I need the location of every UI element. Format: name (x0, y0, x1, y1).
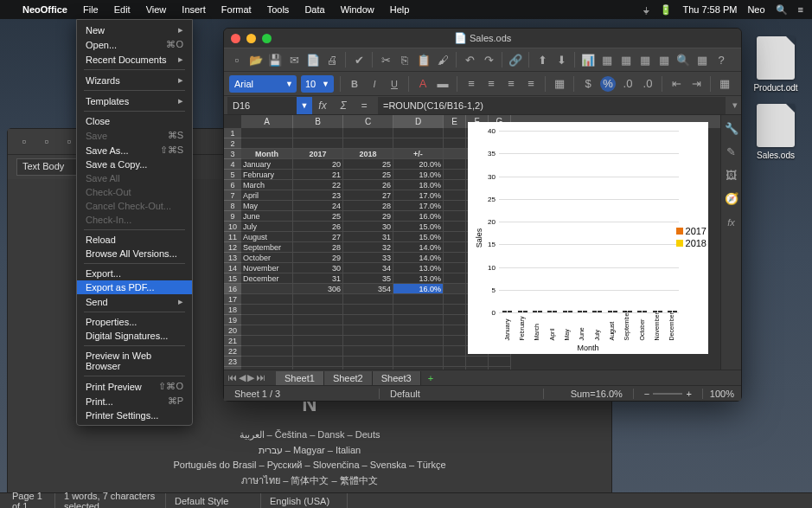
row-header[interactable]: 4 (224, 159, 241, 170)
cell[interactable] (343, 346, 393, 357)
cell[interactable] (393, 138, 444, 149)
mail-icon[interactable]: ✉ (286, 52, 302, 68)
file-menu-item[interactable]: New▸ (77, 23, 192, 37)
cell[interactable]: 2018 (343, 149, 393, 159)
row-header[interactable]: 12 (224, 242, 241, 253)
cell[interactable] (293, 367, 343, 370)
functions-icon[interactable]: fx (727, 215, 735, 228)
italic-icon[interactable]: I (367, 76, 382, 92)
cell[interactable]: 33 (343, 253, 393, 263)
cut-icon[interactable]: ✂ (378, 52, 393, 68)
align-left-icon[interactable]: ≡ (464, 76, 479, 92)
formula-expand-icon[interactable]: ▾ (729, 100, 741, 111)
print-icon[interactable]: 🖨 (324, 52, 340, 68)
gallery-icon[interactable]: ▦ (656, 52, 672, 68)
wifi-icon[interactable]: ⏚ (643, 4, 649, 15)
spellcheck-icon[interactable]: ✔ (351, 52, 367, 68)
embedded-chart[interactable]: 0510152025303540 Sales JanuaryFebruaryMa… (468, 122, 708, 354)
highlight-icon[interactable]: ▬ (435, 76, 451, 92)
column-header[interactable]: A (241, 115, 293, 128)
function-wizard-icon[interactable]: fx (312, 100, 333, 112)
cell[interactable] (343, 357, 393, 367)
cell[interactable]: 29 (293, 253, 343, 263)
cell[interactable]: 26 (293, 222, 343, 232)
menu-insert[interactable]: Insert (182, 4, 206, 15)
align-center-icon[interactable]: ≡ (483, 76, 499, 92)
percent-icon[interactable]: % (600, 76, 616, 92)
cell[interactable]: 22 (293, 180, 343, 190)
cell[interactable]: 14.0% (393, 253, 444, 263)
cell[interactable]: 354 (343, 284, 393, 294)
file-menu-item[interactable]: Print Preview⇧⌘O (77, 379, 192, 394)
file-menu-item[interactable]: Browse All Versions... (77, 247, 192, 260)
cell[interactable] (444, 138, 466, 149)
first-sheet-icon[interactable]: ⏮ (227, 372, 237, 383)
cell[interactable]: 20 (293, 159, 343, 170)
cell[interactable]: 32 (343, 242, 393, 253)
open-icon[interactable]: ▫ (39, 134, 54, 150)
status-zoom[interactable]: 100% (703, 389, 741, 399)
prev-sheet-icon[interactable]: ◀ (239, 372, 246, 383)
cell[interactable] (241, 305, 293, 315)
row-header[interactable]: 6 (224, 180, 241, 190)
cell[interactable] (343, 367, 393, 370)
sheet-tab-3[interactable]: Sheet3 (373, 371, 421, 385)
column-header[interactable]: B (293, 115, 343, 128)
cell[interactable]: 31 (343, 232, 393, 242)
file-menu-item[interactable]: Save a Copy... (77, 158, 192, 171)
pdf-icon[interactable]: 📄 (305, 52, 321, 68)
cell[interactable] (293, 357, 343, 367)
file-menu-item[interactable]: Export as PDF... (77, 280, 192, 294)
menubar-user[interactable]: Neo (747, 4, 764, 15)
cell[interactable]: 17.0% (393, 190, 444, 201)
cell[interactable] (293, 305, 343, 315)
cell[interactable]: 23 (293, 190, 343, 201)
cell[interactable]: 13.0% (393, 263, 444, 273)
cell[interactable]: June (241, 211, 293, 222)
file-menu-item[interactable]: Wizards▸ (77, 73, 192, 87)
cell[interactable]: 16.0% (393, 284, 444, 294)
cell[interactable] (293, 346, 343, 357)
file-menu-item[interactable]: Save As...⇧⌘S (77, 143, 192, 158)
cell[interactable] (241, 284, 293, 294)
cell[interactable]: 25 (343, 170, 393, 180)
cell[interactable] (444, 273, 466, 284)
app-name[interactable]: NeoOffice (22, 4, 67, 15)
row-header[interactable]: 8 (224, 201, 241, 211)
row-header[interactable]: 19 (224, 315, 241, 325)
column-header[interactable]: C (343, 115, 393, 128)
row-header[interactable]: 14 (224, 263, 241, 273)
cell[interactable] (444, 284, 466, 294)
sheet-tab-1[interactable]: Sheet1 (276, 371, 324, 385)
name-box-dropdown-icon[interactable]: ▼ (297, 97, 312, 114)
file-menu-item[interactable]: Send▸ (77, 294, 192, 309)
menu-tools[interactable]: Tools (267, 4, 290, 15)
cell[interactable] (393, 336, 444, 346)
gallery-icon[interactable]: 🖼 (726, 169, 737, 182)
cell[interactable] (444, 242, 466, 253)
cell[interactable] (241, 357, 293, 367)
menu-data[interactable]: Data (304, 4, 324, 15)
row-header[interactable]: 3 (224, 149, 241, 159)
cell[interactable]: 28 (343, 201, 393, 211)
sheet-tab-2[interactable]: Sheet2 (324, 371, 373, 385)
sort-desc-icon[interactable]: ⬇ (553, 52, 569, 68)
cell[interactable]: 31 (293, 273, 343, 284)
copy-icon[interactable]: ⎘ (397, 52, 412, 68)
cell[interactable] (444, 211, 466, 222)
cell[interactable]: Month (241, 149, 293, 159)
cell[interactable] (444, 346, 466, 357)
spotlight-icon[interactable]: 🔍 (776, 4, 788, 16)
cell[interactable] (343, 138, 393, 149)
paintbrush-icon[interactable]: 🖌 (435, 52, 451, 68)
cell[interactable] (241, 315, 293, 325)
cell[interactable]: 14.0% (393, 242, 444, 253)
new-doc-icon[interactable]: ▫ (16, 134, 32, 150)
grid-icon[interactable]: ▦ (599, 52, 615, 68)
cell[interactable]: 30 (343, 222, 393, 232)
cell[interactable]: October (241, 253, 293, 263)
cell[interactable] (293, 138, 343, 149)
cell[interactable] (343, 305, 393, 315)
menu-file[interactable]: File (83, 4, 99, 15)
row-header[interactable]: 15 (224, 273, 241, 284)
